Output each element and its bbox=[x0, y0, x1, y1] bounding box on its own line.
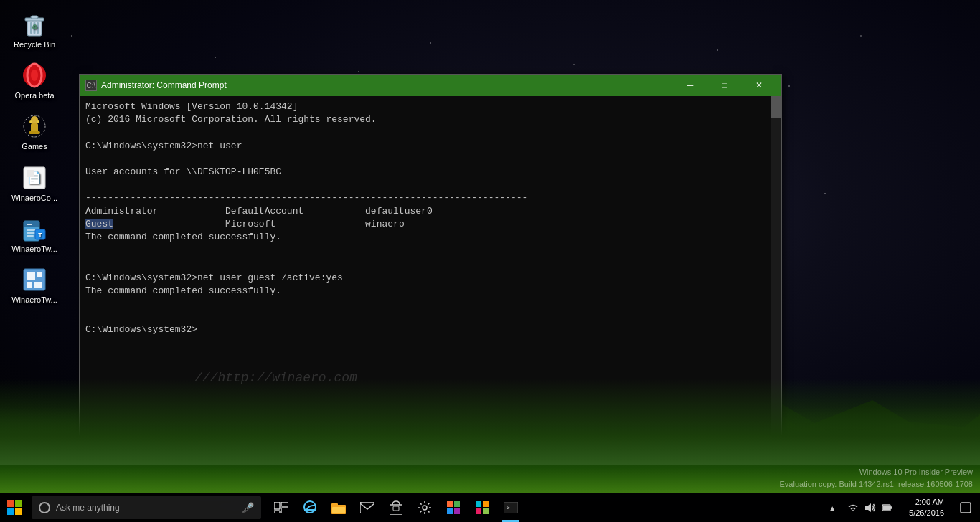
winaero-tw1-icon[interactable]: T WinaeroTw... bbox=[7, 212, 62, 257]
system-tray: ▲ bbox=[826, 493, 980, 522]
taskbar-apps: >_ bbox=[267, 493, 826, 522]
winaero-tw2-image bbox=[20, 265, 49, 294]
taskbar-store[interactable] bbox=[382, 493, 410, 522]
svg-rect-39 bbox=[274, 502, 280, 509]
cmd-title: Administrator: Command Prompt bbox=[101, 80, 674, 90]
opera-beta-image bbox=[20, 61, 49, 90]
svg-marker-0 bbox=[406, 379, 980, 479]
svg-rect-53 bbox=[454, 508, 460, 514]
svg-rect-40 bbox=[281, 502, 288, 506]
cmd-window: C:\ Administrator: Command Prompt ─ □ ✕ … bbox=[79, 74, 782, 443]
games-icon[interactable]: Games bbox=[7, 109, 62, 154]
svg-rect-16 bbox=[29, 131, 40, 134]
svg-point-18 bbox=[37, 120, 39, 123]
svg-rect-41 bbox=[281, 508, 288, 513]
svg-rect-46 bbox=[360, 502, 374, 513]
svg-rect-27 bbox=[27, 235, 34, 237]
svg-rect-51 bbox=[454, 501, 460, 507]
svg-point-12 bbox=[31, 70, 38, 81]
search-placeholder-text: Ask me anything bbox=[56, 503, 120, 513]
svg-rect-42 bbox=[274, 511, 280, 513]
svg-rect-37 bbox=[7, 508, 14, 515]
taskbar: Ask me anything 🎤 bbox=[0, 493, 980, 522]
svg-rect-62 bbox=[883, 506, 890, 510]
cmd-scrollbar[interactable] bbox=[771, 96, 781, 442]
cmd-titlebar[interactable]: C:\ Administrator: Command Prompt ─ □ ✕ bbox=[80, 75, 781, 96]
taskbar-file-explorer[interactable] bbox=[324, 493, 353, 522]
svg-rect-63 bbox=[890, 506, 892, 509]
taskbar-search[interactable]: Ask me anything 🎤 bbox=[32, 496, 261, 519]
svg-text:T: T bbox=[38, 232, 42, 239]
svg-point-49 bbox=[423, 506, 427, 510]
microphone-icon[interactable]: 🎤 bbox=[242, 502, 254, 513]
taskbar-task-view[interactable] bbox=[267, 493, 296, 522]
svg-text:>_: >_ bbox=[507, 505, 514, 511]
svg-rect-35 bbox=[7, 500, 14, 507]
winaero-tw1-image: T bbox=[20, 214, 49, 243]
opera-beta-label: Opera beta bbox=[14, 91, 54, 100]
horizon-glow bbox=[0, 407, 980, 493]
battery-icon[interactable] bbox=[879, 493, 896, 522]
cmd-scrollbar-thumb[interactable] bbox=[771, 96, 781, 118]
svg-rect-31 bbox=[27, 272, 35, 280]
svg-rect-56 bbox=[476, 508, 481, 514]
svg-rect-48 bbox=[393, 506, 399, 511]
svg-rect-64 bbox=[961, 503, 971, 513]
cmd-window-icon: C:\ bbox=[85, 80, 97, 91]
winaero-tw1-label: WinaeroTw... bbox=[11, 245, 57, 254]
volume-icon[interactable] bbox=[862, 493, 879, 522]
svg-rect-36 bbox=[15, 500, 22, 507]
clock-time: 2:00 AM bbox=[915, 497, 944, 508]
svg-rect-45 bbox=[332, 507, 345, 513]
svg-rect-38 bbox=[15, 508, 22, 515]
winaero-co-label: WinaeroCo... bbox=[11, 194, 57, 203]
svg-rect-32 bbox=[37, 272, 42, 277]
games-image bbox=[20, 112, 49, 141]
winaero-co-image: 📄 bbox=[20, 163, 49, 192]
system-clock[interactable]: 2:00 AM 5/26/2016 bbox=[902, 493, 951, 522]
svg-rect-33 bbox=[27, 282, 32, 288]
taskbar-app8[interactable] bbox=[468, 493, 496, 522]
cmd-minimize-button[interactable]: ─ bbox=[674, 75, 707, 96]
cmd-output: Microsoft Windows [Version 10.0.14342] (… bbox=[85, 100, 776, 257]
cmd-output-2: C:\Windows\system32>net user guest /acti… bbox=[85, 245, 776, 336]
svg-text:♻: ♻ bbox=[32, 24, 37, 31]
recycle-bin-image: ♻ bbox=[20, 10, 49, 39]
winaero-tw2-icon[interactable]: WinaeroTw... bbox=[7, 262, 62, 308]
svg-rect-34 bbox=[34, 282, 42, 288]
svg-rect-54 bbox=[476, 501, 481, 507]
cmd-window-controls: ─ □ ✕ bbox=[674, 75, 776, 96]
taskbar-edge[interactable] bbox=[296, 493, 324, 522]
network-icon[interactable] bbox=[844, 493, 862, 522]
svg-rect-44 bbox=[331, 503, 338, 506]
svg-marker-1 bbox=[406, 386, 980, 479]
svg-rect-57 bbox=[483, 508, 489, 514]
taskbar-settings[interactable] bbox=[410, 493, 439, 522]
desktop-icons-container: ♻ Recycle Bin Opera beta bbox=[0, 0, 69, 315]
systray-icons bbox=[839, 493, 902, 522]
systray-overflow-button[interactable]: ▲ bbox=[826, 493, 839, 522]
winaero-watermark: ///http://winaero.com bbox=[194, 371, 357, 385]
cmd-maximize-button[interactable]: □ bbox=[708, 75, 741, 96]
taskbar-app7[interactable] bbox=[439, 493, 468, 522]
opera-beta-icon[interactable]: Opera beta bbox=[7, 58, 62, 103]
svg-rect-7 bbox=[31, 16, 38, 19]
svg-rect-50 bbox=[447, 501, 453, 507]
recycle-bin-icon[interactable]: ♻ Recycle Bin bbox=[7, 7, 62, 52]
mountain-silhouette bbox=[406, 336, 980, 479]
taskbar-mail[interactable] bbox=[353, 493, 382, 522]
clock-date: 5/26/2016 bbox=[909, 508, 944, 518]
taskbar-cmd[interactable]: >_ bbox=[496, 493, 525, 522]
svg-rect-24 bbox=[27, 224, 32, 225]
winaero-tw2-label: WinaeroTw... bbox=[11, 295, 57, 305]
cmd-close-button[interactable]: ✕ bbox=[743, 75, 776, 96]
desktop: ♻ Recycle Bin Opera beta bbox=[0, 0, 980, 522]
cmd-content-area[interactable]: Microsoft Windows [Version 10.0.14342] (… bbox=[80, 96, 781, 442]
recycle-bin-label: Recycle Bin bbox=[14, 40, 55, 49]
notification-center-button[interactable] bbox=[951, 493, 980, 522]
winaero-co-icon[interactable]: 📄 WinaeroCo... bbox=[7, 161, 62, 206]
search-circle-icon bbox=[39, 502, 50, 513]
svg-marker-60 bbox=[865, 503, 871, 512]
start-button[interactable] bbox=[0, 493, 29, 522]
svg-point-17 bbox=[29, 120, 32, 123]
